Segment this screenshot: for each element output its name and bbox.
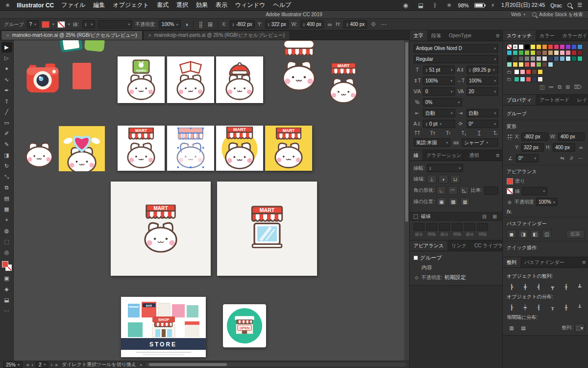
- swatch[interactable]: [507, 56, 512, 61]
- swatch[interactable]: [577, 50, 583, 55]
- swatch[interactable]: [518, 62, 524, 67]
- scale-tool[interactable]: ⤡: [1, 172, 12, 182]
- swatch[interactable]: [518, 50, 524, 55]
- first-artboard-button[interactable]: «: [26, 362, 29, 368]
- app-menu[interactable]: Illustrator CC: [17, 2, 54, 9]
- swatch[interactable]: [536, 50, 541, 55]
- doc-tab-inactive[interactable]: ×mainokojp-mart-parts.ai @ 25% (RGB/ピクセル…: [143, 30, 290, 40]
- notification-center-icon[interactable]: ☰: [577, 2, 582, 8]
- tab-links[interactable]: リンク: [447, 240, 470, 251]
- swatch-kinds-icon[interactable]: ≔: [548, 84, 554, 90]
- superscript-icon[interactable]: T¹: [444, 131, 452, 136]
- baseline-shift-field[interactable]: ▲▼0 pt▾: [423, 120, 455, 128]
- swatch[interactable]: [536, 56, 541, 61]
- status-expand-icon[interactable]: ▸: [140, 363, 142, 367]
- swatch[interactable]: [542, 62, 547, 67]
- item[interactable]: 編集: [93, 1, 105, 9]
- workspace-switcher[interactable]: Web▾: [511, 12, 525, 17]
- opacity-field[interactable]: 100%▸: [536, 198, 558, 206]
- swatch[interactable]: [507, 62, 512, 67]
- fill-color-swatch[interactable]: [42, 21, 49, 28]
- dash-field[interactable]: [414, 223, 424, 231]
- apple-menu-icon[interactable]: ⍟: [6, 2, 9, 9]
- swatch[interactable]: [560, 44, 565, 50]
- transform-h-field[interactable]: 400 px: [553, 143, 575, 152]
- antialias-select[interactable]: シャープ▾: [462, 138, 498, 147]
- visibility-eye-icon[interactable]: ⊙: [414, 275, 419, 280]
- gap-field[interactable]: [426, 223, 437, 231]
- tab-pathfinder[interactable]: パスファインダー: [520, 257, 568, 267]
- spotlight-icon[interactable]: [567, 3, 572, 7]
- prev-artboard-button[interactable]: ‹: [32, 362, 33, 368]
- recolor-artwork-icon[interactable]: ◑: [184, 21, 189, 28]
- align-stroke-inside-icon[interactable]: ▩: [448, 197, 458, 206]
- swatch[interactable]: [542, 56, 547, 61]
- folder-icon[interactable]: 🗀: [507, 77, 512, 82]
- fill-proxy-icon[interactable]: [2, 261, 8, 267]
- appearance-row-group[interactable]: グループ: [420, 254, 442, 262]
- eraser-tool[interactable]: ◨: [1, 150, 12, 160]
- dash-field[interactable]: [439, 223, 450, 231]
- doc-tab-active[interactable]: ×mainoko-mart-icon.ai @ 25% (RGB/ピクセルプレビ…: [1, 30, 143, 40]
- font-style-select[interactable]: Regular▾: [414, 55, 498, 63]
- swatch[interactable]: [538, 77, 543, 82]
- appearance-row-contents[interactable]: 内容: [421, 264, 432, 271]
- swatch[interactable]: [554, 44, 559, 50]
- next-artboard-button[interactable]: ›: [51, 362, 52, 368]
- dash-field[interactable]: [465, 223, 475, 231]
- swatch[interactable]: [513, 62, 518, 67]
- item[interactable]: 書式: [157, 1, 169, 9]
- eyedropper-tool[interactable]: ⌖: [1, 215, 12, 225]
- exclude-icon[interactable]: ◫: [542, 230, 552, 238]
- y-field[interactable]: ▲▼322 px: [265, 20, 289, 28]
- unite-icon[interactable]: ◼: [507, 230, 516, 238]
- folder-icon[interactable]: 🗀: [507, 69, 512, 75]
- new-swatch-icon[interactable]: ⊞: [565, 84, 570, 90]
- paintbrush-tool[interactable]: ✐: [1, 129, 12, 139]
- fill-color-caret[interactable]: ▾: [52, 22, 54, 26]
- character-rotation-field[interactable]: 0°▾: [466, 120, 498, 128]
- keyboard-brightness-icon[interactable]: ✳: [445, 2, 452, 9]
- artboard-mart-icon-large[interactable]: MART: [111, 182, 211, 276]
- distribute-bottom-icon[interactable]: ┨: [534, 303, 544, 312]
- swatch[interactable]: [532, 77, 537, 82]
- miter-limit-field[interactable]: [484, 186, 498, 195]
- artboard-open-icon[interactable]: OPEN: [223, 304, 266, 347]
- blend-tool[interactable]: ◍: [1, 226, 12, 236]
- reference-point-locator[interactable]: [507, 133, 513, 140]
- art-awning-cat[interactable]: [276, 40, 321, 98]
- new-color-group-icon[interactable]: ⧉: [558, 84, 562, 90]
- butt-cap-icon[interactable]: ⊥: [427, 175, 437, 184]
- tab-paragraph[interactable]: 段落: [427, 30, 445, 41]
- opacity-field[interactable]: 100%▸: [159, 20, 181, 28]
- vertical-scrollbar[interactable]: [404, 40, 409, 361]
- horizontal-distribute-space-icon[interactable]: ▤: [518, 323, 528, 332]
- swatch[interactable]: [532, 69, 537, 75]
- screen-record-icon[interactable]: ◉: [402, 2, 409, 9]
- h-field[interactable]: ▲▼400 px: [343, 20, 367, 28]
- kerning-field[interactable]: 0▾: [423, 87, 455, 96]
- item[interactable]: 表示: [216, 1, 227, 9]
- tab-color[interactable]: カラー: [536, 30, 558, 41]
- align-to-select[interactable]: ⬚▾: [575, 323, 585, 332]
- direct-selection-tool[interactable]: ▷: [1, 53, 12, 63]
- gradient-tool[interactable]: ▤: [1, 193, 12, 204]
- language-select[interactable]: 英語:米国▾: [414, 138, 450, 147]
- tab-character[interactable]: 文字: [410, 30, 427, 41]
- stroke-width-field[interactable]: ▲▼▾: [82, 20, 95, 28]
- swatch[interactable]: [538, 69, 543, 75]
- flip-vertical-icon[interactable]: ⥯: [568, 156, 575, 161]
- rotate-tool[interactable]: ↻: [1, 161, 12, 171]
- swatch[interactable]: [554, 50, 559, 55]
- more-options-icon[interactable]: ⋯: [380, 21, 388, 28]
- pen-tool[interactable]: ✒: [1, 85, 12, 96]
- rotate-angle-field[interactable]: 0°▾: [516, 154, 539, 162]
- strikethrough-icon[interactable]: T̶: [491, 131, 498, 136]
- round-cap-icon[interactable]: ◖: [439, 175, 448, 184]
- w-field[interactable]: ▲▼400 px: [300, 20, 324, 28]
- subscript-icon[interactable]: T₁: [460, 131, 467, 136]
- swatch[interactable]: [571, 50, 577, 55]
- swatch[interactable]: [530, 56, 536, 61]
- intersect-icon[interactable]: ◧: [530, 230, 540, 238]
- art-partial-top[interactable]: [46, 40, 104, 52]
